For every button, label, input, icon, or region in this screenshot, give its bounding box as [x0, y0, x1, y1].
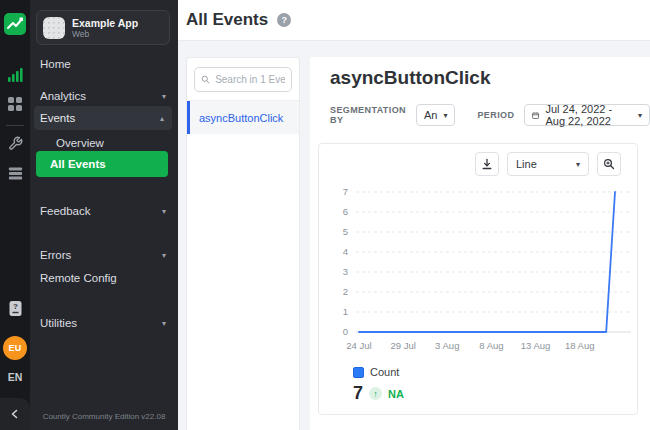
trend-up-icon: ↑ — [369, 387, 382, 400]
chart-card: Line ▾ 0123456724 Jul29 Jul3 Aug8 Aug13 … — [318, 143, 638, 415]
svg-text:2: 2 — [343, 286, 348, 297]
download-icon — [481, 158, 493, 170]
rail-divider — [6, 125, 24, 126]
svg-text:13 Aug: 13 Aug — [521, 340, 551, 351]
page-title: All Events — [186, 10, 268, 30]
calendar-icon — [532, 110, 539, 121]
count-change-value: NA — [388, 388, 404, 400]
svg-text:1: 1 — [343, 306, 348, 317]
apps-grid-icon[interactable] — [0, 96, 30, 112]
svg-text:4: 4 — [343, 246, 348, 257]
legend-label-count: Count — [370, 366, 399, 378]
magnifier-zoom-icon — [603, 158, 615, 170]
sidebar-collapse-button[interactable] — [0, 398, 30, 430]
svg-text:18 Aug: 18 Aug — [565, 340, 595, 351]
period-picker[interactable]: Jul 24, 2022 - Aug 22, 2022 ▾ — [524, 104, 650, 126]
user-avatar[interactable]: EU — [0, 336, 30, 360]
svg-text:?: ? — [13, 302, 18, 311]
avatar-initials: EU — [3, 336, 27, 360]
sidebar-item-home[interactable]: Home — [40, 55, 168, 73]
detail-controls-row: SEGMENTATION BY An ▾ PERIOD Jul 24, 2022… — [330, 104, 650, 126]
segmentation-label: SEGMENTATION BY — [330, 105, 406, 125]
chevron-left-icon — [10, 409, 20, 419]
sidebar-item-utilities[interactable]: Utilities ▾ — [40, 314, 168, 332]
chevron-down-icon: ▾ — [162, 319, 166, 328]
version-footer: Countly Community Edition v22.08 — [30, 412, 178, 421]
chevron-up-icon: ▴ — [160, 114, 164, 123]
svg-text:6: 6 — [343, 206, 348, 217]
svg-text:3: 3 — [343, 266, 348, 277]
chevron-down-icon: ▾ — [638, 111, 642, 120]
sidebar-item-all-events[interactable]: All Events — [36, 151, 168, 177]
event-search-section — [187, 58, 299, 101]
sidebar-menu: Example App Web Home Analytics ▾ Events … — [30, 0, 178, 430]
app-name: Example App — [72, 17, 138, 29]
app-platform: Web — [72, 29, 138, 39]
segmentation-dropdown[interactable]: An ▾ — [416, 104, 455, 126]
event-search-input[interactable] — [215, 74, 285, 85]
sidebar-item-analytics[interactable]: Analytics ▾ — [40, 87, 168, 105]
language-selector[interactable]: EN — [0, 371, 30, 383]
chevron-down-icon: ▾ — [162, 92, 166, 101]
svg-text:29 Jul: 29 Jul — [390, 340, 415, 351]
page-header: All Events ? — [178, 0, 650, 41]
event-list-item-selected[interactable]: asyncButtonClick — [187, 101, 299, 134]
event-detail-panel: asyncButtonClick SEGMENTATION BY An ▾ PE… — [310, 57, 650, 430]
countly-dashboard: ? EU EN Example App Web Home Analytics — [0, 0, 650, 430]
chevron-down-icon: ▾ — [443, 111, 447, 120]
chevron-down-icon: ▾ — [162, 251, 166, 260]
help-doc-icon[interactable]: ? — [0, 300, 30, 317]
svg-text:0: 0 — [343, 326, 348, 337]
management-wrench-icon[interactable] — [0, 136, 30, 151]
sidebar-item-feedback[interactable]: Feedback ▾ — [40, 202, 168, 220]
app-selector[interactable]: Example App Web — [36, 10, 170, 45]
svg-text:24 Jul: 24 Jul — [346, 340, 371, 351]
icon-rail: ? EU EN — [0, 0, 30, 430]
chart-legend[interactable]: Count — [353, 366, 399, 378]
app-icon — [43, 17, 65, 39]
download-chart-button[interactable] — [475, 152, 499, 176]
sidebar-item-overview[interactable]: Overview — [56, 135, 168, 151]
sidebar-item-events[interactable]: Events ▴ — [34, 106, 172, 130]
analytics-bars-icon[interactable] — [0, 67, 30, 83]
zoom-chart-button[interactable] — [597, 152, 621, 176]
line-chart[interactable]: 0123456724 Jul29 Jul3 Aug8 Aug13 Aug18 A… — [327, 180, 633, 360]
event-detail-title: asyncButtonClick — [330, 67, 490, 89]
total-count-value: 7 — [353, 383, 363, 404]
sidebar-item-remote-config[interactable]: Remote Config — [40, 269, 168, 287]
help-icon[interactable]: ? — [277, 13, 291, 27]
chevron-down-icon: ▾ — [162, 207, 166, 216]
search-icon — [201, 74, 210, 85]
period-label: PERIOD — [477, 110, 514, 120]
chart-type-select[interactable]: Line ▾ — [507, 152, 589, 176]
chart-controls: Line ▾ — [475, 152, 621, 176]
svg-text:5: 5 — [343, 226, 348, 237]
chart-summary: 7 ↑ NA — [353, 383, 404, 404]
countly-logo-icon[interactable] — [0, 13, 30, 35]
chevron-down-icon: ▾ — [576, 160, 580, 169]
legend-swatch-count — [353, 367, 364, 378]
event-list-panel: asyncButtonClick — [186, 57, 300, 430]
data-manager-icon[interactable] — [0, 166, 30, 181]
svg-text:3 Aug: 3 Aug — [435, 340, 459, 351]
event-search-box[interactable] — [194, 67, 292, 92]
main-content: All Events ? asyncButtonClick asyncButto… — [178, 0, 650, 430]
svg-text:7: 7 — [343, 186, 348, 197]
sidebar-item-errors[interactable]: Errors ▾ — [40, 246, 168, 264]
svg-text:8 Aug: 8 Aug — [479, 340, 503, 351]
